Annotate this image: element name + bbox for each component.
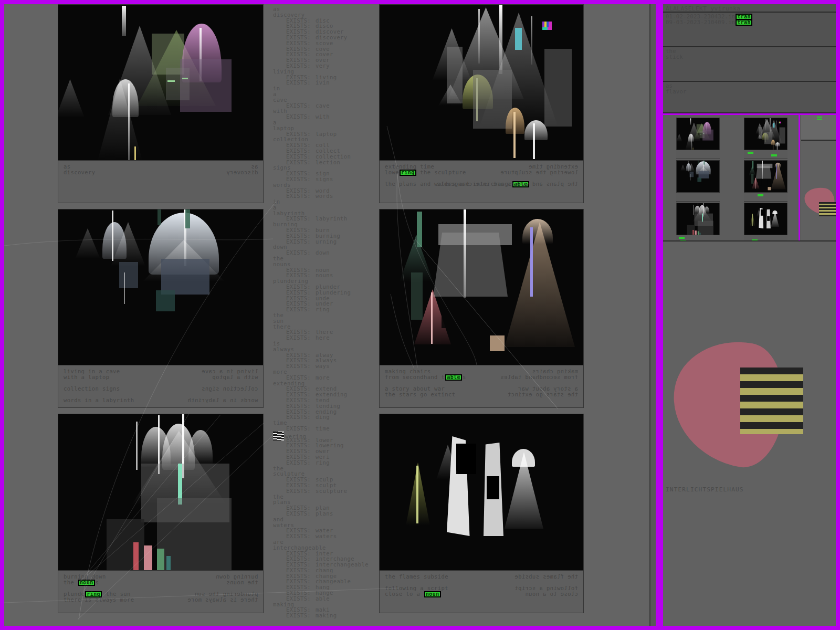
panel-making-chairs[interactable]: making chairsfrom secondhand tablesa sto…	[379, 209, 584, 408]
panel-caption: asdiscovery asdiscovery	[58, 160, 263, 203]
art-shape: EXISTS:	[286, 403, 311, 409]
art-shape: the plans and waters are interchangeable	[437, 181, 578, 187]
thumbnail-2[interactable]	[744, 118, 788, 159]
art-shape: with a laptop	[64, 374, 134, 380]
art-shape: the stars go extinct	[500, 392, 578, 397]
generative-art	[744, 203, 788, 235]
art-shape: EXISTS:	[286, 363, 311, 369]
thumbnail-5[interactable]	[676, 203, 720, 242]
art-shape	[188, 430, 213, 465]
generative-art	[744, 161, 788, 193]
art-shape	[744, 160, 788, 193]
art-shape: there is always more	[187, 597, 258, 603]
art-shape	[779, 128, 785, 144]
generative-art	[58, 5, 263, 161]
art-shape: EXISTS:	[286, 414, 311, 420]
art-shape: EXISTS:	[286, 113, 311, 120]
thumbnail-1[interactable]	[676, 118, 720, 159]
generative-art	[677, 161, 720, 193]
art-shape	[767, 180, 770, 185]
art-shape	[698, 161, 698, 164]
highlight-badge[interactable]: noun	[424, 591, 441, 597]
art-shape: EXISTS:	[286, 193, 311, 199]
art-shape	[744, 150, 788, 159]
art-shape	[122, 6, 126, 36]
art-shape	[416, 466, 418, 523]
art-shape	[744, 193, 788, 202]
art-shape	[133, 542, 139, 570]
art-shape	[676, 160, 720, 193]
art-shape	[704, 161, 705, 165]
highlight-badge[interactable]: noun	[78, 580, 95, 586]
art-shape	[773, 141, 773, 150]
striped-icon	[273, 432, 284, 440]
divider	[663, 81, 836, 82]
art-shape: collection signs	[187, 386, 258, 392]
word-entry: the	[273, 312, 381, 318]
caption-text: asdiscovery	[64, 164, 96, 175]
panel-caption: burning downthe nounsplundering the sunt…	[58, 570, 263, 613]
panel-burning-down[interactable]: burning downthe nounsplundering the sunt…	[58, 414, 264, 613]
panel-caption: extending timelowering the sculpturethe …	[380, 160, 583, 203]
art-shape	[124, 272, 125, 304]
file-badge[interactable]: trah	[736, 19, 752, 26]
art-shape: from secondhand tables	[500, 374, 578, 380]
exists-entry: EXISTS:ivin	[273, 80, 381, 86]
art-shape: EXISTS:	[286, 425, 311, 432]
generative-art	[677, 203, 720, 235]
thumbnail-panel	[663, 112, 836, 242]
word-entry: in	[273, 86, 381, 91]
caption-text: living in a cavewith a laptopcollection …	[64, 369, 134, 403]
art-shape	[699, 131, 705, 138]
art-shape	[490, 335, 505, 351]
green-dash	[680, 240, 686, 242]
art-shape: the flames subside	[385, 574, 448, 580]
art-shape: with a laptop	[187, 374, 258, 380]
workspace: asdiscovery asdiscovery e	[4, 4, 836, 626]
art-shape: close to a noun	[385, 591, 448, 597]
exists-entry: EXISTS:ring	[273, 460, 381, 466]
panel-as-discovery[interactable]: asdiscovery asdiscovery	[58, 4, 264, 203]
exists-entry: EXISTS:urning	[273, 239, 381, 245]
green-dash	[679, 237, 685, 239]
file-list: 01-02-2023-230432.intrah09-03-2023-21040…	[666, 14, 752, 25]
exists-entry: EXISTS:making	[273, 613, 381, 618]
art-shape	[182, 78, 188, 79]
art-shape	[544, 49, 572, 127]
panel-extending-time[interactable]: extending timelowering the sculpturethe …	[379, 4, 584, 203]
caption-text: making chairsfrom secondhand tablesa sto…	[385, 369, 466, 397]
art-shape	[773, 123, 775, 128]
thumbnail-4[interactable]	[744, 160, 788, 202]
art-shape	[776, 164, 777, 179]
preview-panel[interactable]	[801, 115, 836, 242]
exists-entry: EXISTS:plans	[273, 511, 381, 517]
thumbnail-3[interactable]	[676, 160, 720, 202]
panel-flames-subside[interactable]: the flames subsidefollowing a scriptclos…	[379, 414, 584, 613]
art-shape	[542, 27, 552, 30]
thumbnail-6[interactable]	[744, 203, 788, 242]
art-shape	[134, 146, 136, 161]
highlight-badge[interactable]: ring	[400, 170, 416, 176]
art-shape	[688, 161, 689, 171]
art-shape	[752, 214, 753, 226]
art-shape	[107, 519, 144, 570]
exists-entry: EXISTS:ding	[273, 414, 381, 420]
panel-living-in-a-cave[interactable]: living in a cavewith a laptopcollection …	[58, 209, 264, 408]
panel-caption: living in a cavewith a laptopcollection …	[58, 365, 263, 407]
generative-art	[58, 209, 263, 365]
art-shape	[775, 163, 781, 168]
art-shape	[530, 227, 533, 297]
green-dash	[748, 152, 753, 154]
file-item[interactable]: 09-03-2023-210409.intrah	[666, 19, 752, 25]
art-shape: discovery	[226, 170, 258, 175]
art-shape	[487, 300, 502, 327]
caption-text-mirrored: asdiscovery	[226, 164, 258, 175]
exists-entry: EXISTS:ring	[273, 307, 381, 312]
art-shape	[770, 118, 770, 133]
art-shape	[157, 549, 164, 570]
art-shape: EXISTS:	[286, 510, 311, 517]
art-shape: collection signs	[64, 386, 134, 392]
art-shape	[533, 123, 535, 159]
art-shape	[167, 80, 175, 82]
highlight-badge[interactable]: able	[445, 374, 462, 381]
